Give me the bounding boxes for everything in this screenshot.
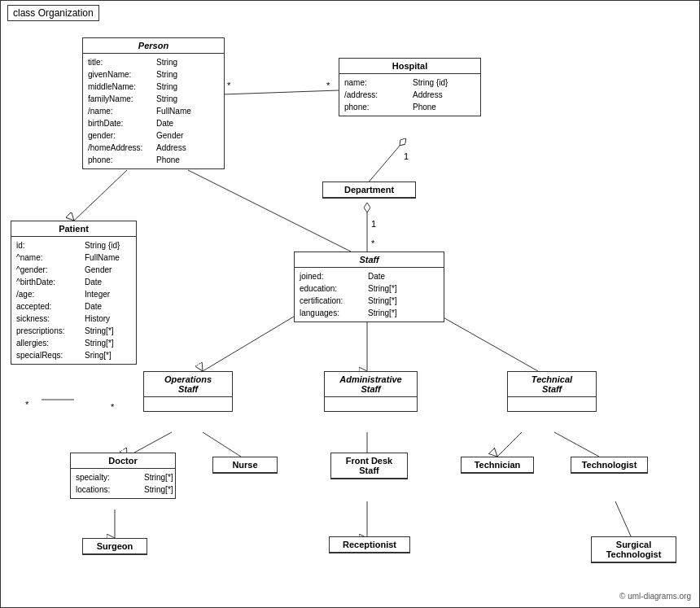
patient-title: Patient [11,221,136,237]
copyright: © uml-diagrams.org [619,592,691,601]
surgeon-class: Surgeon [82,538,147,555]
receptionist-class: Receptionist [329,536,410,553]
technician-title: Technician [462,457,533,473]
svg-line-3 [222,90,339,94]
patient-attrs: id:String {id} ^name:FullName ^gender:Ge… [11,237,136,364]
receptionist-title: Receptionist [330,537,409,553]
technologist-class: Technologist [571,457,648,474]
svg-text:*: * [227,81,231,90]
person-class: Person title:String givenName:String mid… [82,37,225,169]
svg-line-27 [615,501,632,538]
svg-line-6 [367,146,400,184]
person-title: Person [83,38,224,54]
svg-text:*: * [371,238,375,248]
staff-attrs: joined:Date education:String[*] certific… [295,268,444,321]
svg-text:*: * [111,402,115,412]
svg-line-24 [554,432,599,457]
svg-line-12 [74,170,127,221]
administrative-staff-class: Administrative Staff [324,371,418,412]
nurse-class: Nurse [212,457,278,474]
administrative-staff-title: Administrative Staff [325,372,417,397]
svg-text:*: * [25,400,29,409]
doctor-attrs: specialty:String[*] locations:String[*] [71,469,175,498]
person-attrs: title:String givenName:String middleName… [83,54,224,168]
staff-class: Staff joined:Date education:String[*] ce… [294,252,444,322]
department-title: Department [323,182,415,198]
front-desk-staff-title: Front Desk Staff [331,453,407,479]
diagram-container: class Organization * * 1 * 1 [0,0,700,608]
surgical-technologist-class: Surgical Technologist [591,536,676,563]
technical-staff-title: Technical Staff [508,372,596,397]
hospital-class: Hospital name:String {id} /address:Addre… [339,58,481,116]
svg-text:*: * [326,81,330,90]
front-desk-staff-class: Front Desk Staff [330,453,408,479]
technical-staff-class: Technical Staff [507,371,597,412]
svg-line-23 [497,432,522,457]
svg-line-21 [203,432,241,457]
operations-staff-class: Operations Staff [143,371,233,412]
surgical-technologist-title: Surgical Technologist [592,537,676,562]
svg-text:1: 1 [371,219,376,229]
hospital-attrs: name:String {id} /address:Address phone:… [339,74,480,116]
surgeon-title: Surgeon [83,539,147,554]
department-class: Department [322,182,416,199]
staff-title: Staff [295,252,444,268]
operations-staff-title: Operations Staff [144,372,232,397]
technologist-title: Technologist [571,457,647,473]
svg-text:1: 1 [404,151,409,161]
nurse-title: Nurse [213,457,277,473]
hospital-title: Hospital [339,59,480,74]
doctor-title: Doctor [71,453,175,469]
technician-class: Technician [461,457,534,474]
doctor-class: Doctor specialty:String[*] locations:Str… [70,453,176,499]
diagram-title: class Organization [7,5,99,21]
patient-class: Patient id:String {id} ^name:FullName ^g… [11,221,137,365]
